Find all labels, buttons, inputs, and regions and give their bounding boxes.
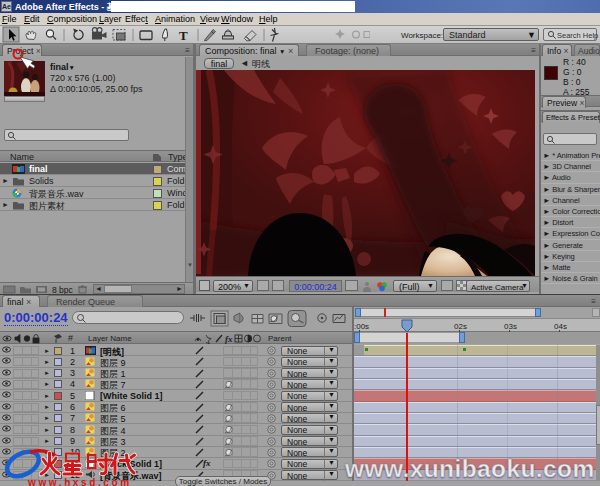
svg-text:T: T [179,28,188,43]
svg-text:fx: fx [225,334,233,344]
svg-text:www.hxsd.com: www.hxsd.com [27,477,132,486]
svg-text:8 bpc: 8 bpc [52,285,74,295]
